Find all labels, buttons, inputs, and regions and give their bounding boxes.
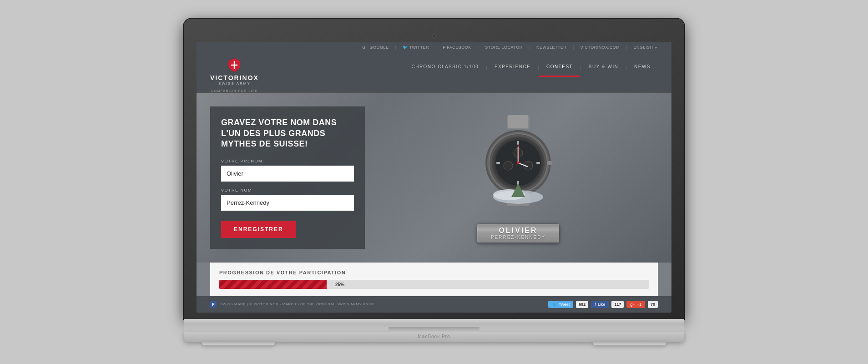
firstname-input[interactable]	[221, 166, 354, 182]
nav-experience[interactable]: EXPERIENCE	[487, 61, 538, 77]
tweet-button[interactable]: 🐦 Tweet	[548, 301, 573, 308]
plus-label: +1	[637, 302, 641, 307]
plus-count: 70	[648, 301, 658, 308]
nav-contest[interactable]: CONTEST	[539, 61, 580, 77]
macbook-bottom	[184, 319, 684, 332]
topbar-victorinox-com[interactable]: Victorinox.com	[580, 45, 620, 50]
svg-rect-11	[496, 162, 500, 164]
twitter-icon: 🐦	[403, 45, 408, 50]
nav-buy-win[interactable]: BUY & WIN	[581, 61, 626, 77]
divider-3: |	[478, 45, 479, 50]
divider-4: |	[529, 45, 530, 50]
nameplate-surname: PERREZ-KENNEDY	[486, 235, 550, 240]
main-content: GRAVEZ VOTRE NOM DANS L'UN DES PLUS GRAN…	[197, 93, 671, 262]
topbar-google[interactable]: g+ Google	[362, 45, 389, 50]
facebook-icon: f	[443, 45, 445, 50]
lastname-group: VOTRE NOM	[221, 188, 354, 211]
lastname-input[interactable]	[221, 195, 354, 211]
screen-bezel: g+ Google | 🐦 Twitter | f Facebook |	[184, 19, 684, 318]
progress-title: PROGRESSION DE VOTRE PARTICIPATION	[219, 270, 649, 275]
name-plate: OLIVIER PERREZ-KENNEDY	[477, 224, 559, 243]
firstname-group: VOTRE PRÉNOM	[221, 159, 354, 182]
screen: g+ Google | 🐦 Twitter | f Facebook |	[197, 42, 671, 312]
logo-shield-icon	[228, 58, 241, 72]
topbar-facebook[interactable]: f Facebook	[443, 45, 471, 50]
macbook-frame: g+ Google | 🐦 Twitter | f Facebook |	[184, 19, 684, 345]
form-title: GRAVEZ VOTRE NOM DANS L'UN DES PLUS GRAN…	[221, 117, 354, 149]
twitter-bird-icon: 🐦	[552, 302, 557, 307]
topbar-twitter[interactable]: 🐦 Twitter	[403, 45, 429, 50]
macbook-base: MacBook Pro	[184, 332, 684, 342]
footer-left: f SWISS MADE | © VICTORINOX - MAKERS OF …	[210, 301, 375, 308]
watch-svg	[468, 113, 568, 227]
macbook-foot-left	[202, 342, 275, 345]
nameplate-firstname: OLIVIER	[486, 227, 550, 235]
lastname-label: VOTRE NOM	[221, 188, 354, 192]
footer-copyright: SWISS MADE | © VICTORINOX - MAKERS OF TH…	[220, 302, 375, 306]
like-label: Like	[598, 302, 606, 307]
footer: f SWISS MADE | © VICTORINOX - MAKERS OF …	[197, 296, 671, 313]
macbook-foot-right	[593, 342, 666, 345]
svg-rect-20	[547, 161, 552, 165]
form-panel: GRAVEZ VOTRE NOM DANS L'UN DES PLUS GRAN…	[210, 106, 365, 248]
divider-6: |	[626, 45, 627, 50]
logo-subtitle: SWISS ARMY	[218, 81, 251, 86]
logo-tagline: COMPANION FOR LIFE	[211, 89, 258, 92]
nav-chrono[interactable]: CHRONO CLASSIC 1/100	[404, 61, 486, 77]
watch-composite: OLIVIER PERREZ-KENNEDY	[468, 113, 568, 243]
topbar-newsletter[interactable]: Newsletter	[536, 45, 567, 50]
divider-1: |	[395, 45, 396, 50]
macbook-label: MacBook Pro	[418, 334, 450, 339]
watch-panel: OLIVIER PERREZ-KENNEDY	[378, 106, 658, 248]
firstname-label: VOTRE PRÉNOM	[221, 159, 354, 163]
svg-point-14	[504, 161, 513, 170]
plus-button[interactable]: g+ +1	[626, 301, 645, 308]
progress-label: 25%	[335, 282, 649, 287]
tweet-label: Tweet	[559, 302, 570, 307]
macbook-hinge	[389, 327, 479, 332]
chevron-down-icon: ▼	[655, 46, 658, 49]
divider-2: |	[435, 45, 436, 50]
facebook-like-icon: f	[595, 302, 596, 307]
top-bar: g+ Google | 🐦 Twitter | f Facebook |	[197, 42, 671, 52]
submit-button[interactable]: ENREGISTRER	[221, 221, 296, 238]
progress-section: PROGRESSION DE VOTRE PARTICIPATION 25%	[210, 263, 658, 296]
footer-right: 🐦 Tweet 692 f Like 117 g+ +1	[548, 301, 658, 308]
progress-bar-fill	[219, 280, 327, 289]
main-nav: CHRONO CLASSIC 1/100 | EXPERIENCE | CONT…	[404, 58, 658, 77]
website: g+ Google | 🐦 Twitter | f Facebook |	[197, 42, 671, 312]
progress-bar-container: 25%	[219, 280, 649, 289]
svg-rect-12	[536, 162, 540, 164]
macbook-feet	[184, 342, 684, 345]
topbar-language[interactable]: English ▼	[634, 45, 658, 50]
camera-area	[197, 31, 671, 40]
like-button[interactable]: f Like	[591, 301, 609, 308]
tweet-count: 692	[576, 301, 588, 308]
google-plus-icon: g+	[630, 302, 635, 307]
nav-news[interactable]: NEWS	[627, 61, 658, 77]
header: VICTORINOX SWISS ARMY COMPANION FOR LIFE…	[197, 52, 671, 93]
svg-point-19	[517, 162, 520, 164]
like-count: 117	[611, 301, 624, 308]
camera	[432, 34, 436, 38]
svg-rect-1	[508, 115, 528, 128]
divider-5: |	[573, 45, 574, 50]
logo-area: VICTORINOX SWISS ARMY COMPANION FOR LIFE	[210, 58, 259, 92]
google-icon: g+	[362, 45, 368, 50]
footer-facebook-icon: f	[210, 301, 217, 308]
topbar-store-locator[interactable]: Store Locator	[485, 45, 523, 50]
logo-brand: VICTORINOX	[210, 74, 259, 81]
